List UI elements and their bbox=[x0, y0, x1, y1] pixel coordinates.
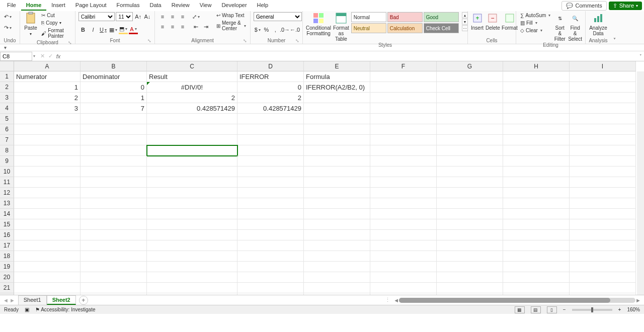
paste-button[interactable]: Paste ▾ bbox=[23, 12, 38, 36]
cell-G8[interactable] bbox=[437, 145, 503, 156]
cell-C18[interactable] bbox=[147, 251, 237, 262]
cell-A6[interactable] bbox=[14, 124, 80, 135]
cell-A21[interactable] bbox=[14, 283, 80, 293]
orientation-button[interactable]: ⤢ bbox=[191, 12, 200, 21]
spreadsheet-grid[interactable]: ABCDEFGHI 1NumeratorDenominatorResultIFE… bbox=[0, 61, 644, 295]
cell-A11[interactable] bbox=[14, 177, 80, 188]
cell-E14[interactable] bbox=[304, 209, 370, 219]
cell-D16[interactable] bbox=[237, 230, 304, 240]
cell-F21[interactable] bbox=[370, 283, 437, 293]
menu-view[interactable]: View bbox=[195, 1, 217, 11]
cell-B2[interactable]: 0 bbox=[80, 82, 147, 93]
wrap-text-button[interactable]: ↩Wrap Text bbox=[215, 12, 247, 19]
cell-I3[interactable] bbox=[570, 93, 636, 103]
cell-G21[interactable] bbox=[437, 283, 503, 293]
cell-A10[interactable] bbox=[14, 167, 80, 177]
hscroll-left[interactable]: ◄ bbox=[393, 297, 399, 303]
cell-D15[interactable] bbox=[237, 219, 304, 230]
cell-E20[interactable] bbox=[304, 272, 370, 283]
cell-A3[interactable]: 2 bbox=[14, 93, 80, 103]
align-right-button[interactable]: ≡ bbox=[178, 22, 187, 31]
row-header-12[interactable]: 12 bbox=[0, 188, 14, 198]
view-normal-button[interactable]: ▦ bbox=[515, 306, 525, 313]
cell-C7[interactable] bbox=[147, 135, 237, 145]
column-header-C[interactable]: C bbox=[147, 61, 237, 71]
cell-C5[interactable] bbox=[147, 114, 237, 124]
cell-E12[interactable] bbox=[304, 188, 370, 198]
cell-H3[interactable] bbox=[503, 93, 570, 103]
cell-F3[interactable] bbox=[370, 93, 437, 103]
cell-F14[interactable] bbox=[370, 209, 437, 219]
cell-A20[interactable] bbox=[14, 272, 80, 283]
accessibility-status[interactable]: ⚑ Accessibility: Investigate bbox=[35, 307, 96, 312]
cell-F2[interactable] bbox=[370, 82, 437, 93]
cell-H4[interactable] bbox=[503, 103, 570, 114]
cell-I6[interactable] bbox=[570, 124, 636, 135]
cell-B17[interactable] bbox=[80, 240, 147, 251]
menu-help[interactable]: Help bbox=[252, 1, 274, 11]
cell-I8[interactable] bbox=[570, 145, 636, 156]
cell-B6[interactable] bbox=[80, 124, 147, 135]
cell-B13[interactable] bbox=[80, 198, 147, 209]
cell-E16[interactable] bbox=[304, 230, 370, 240]
cell-I9[interactable] bbox=[570, 156, 636, 167]
format-painter-button[interactable]: 🖌Format Painter bbox=[40, 27, 72, 39]
fx-dropdown[interactable]: ▾ bbox=[0, 45, 10, 50]
cell-D3[interactable]: 2 bbox=[237, 93, 304, 103]
increase-indent-button[interactable]: ⇥ bbox=[201, 22, 210, 31]
row-header-14[interactable]: 14 bbox=[0, 209, 14, 219]
style-normal[interactable]: Normal bbox=[351, 12, 386, 22]
cell-E4[interactable] bbox=[304, 103, 370, 114]
accounting-format-button[interactable]: $ bbox=[254, 25, 262, 34]
borders-button[interactable]: ▦ bbox=[109, 25, 118, 34]
cell-A2[interactable]: 1 bbox=[14, 82, 80, 93]
cell-H19[interactable] bbox=[503, 262, 570, 272]
row-header-15[interactable]: 15 bbox=[0, 219, 14, 230]
vertical-scrollbar[interactable] bbox=[637, 71, 644, 295]
cell-I13[interactable] bbox=[570, 198, 636, 209]
cell-G19[interactable] bbox=[437, 262, 503, 272]
decrease-decimal-button[interactable]: ←.0 bbox=[290, 25, 299, 34]
cell-F19[interactable] bbox=[370, 262, 437, 272]
decrease-indent-button[interactable]: ⇤ bbox=[191, 22, 200, 31]
font-color-button[interactable]: A bbox=[129, 25, 138, 34]
cell-H5[interactable] bbox=[503, 114, 570, 124]
cell-F22[interactable] bbox=[370, 293, 437, 295]
cell-H1[interactable] bbox=[503, 71, 570, 82]
confirm-formula-button[interactable]: ✓ bbox=[46, 53, 54, 59]
percent-format-button[interactable]: % bbox=[263, 25, 271, 34]
expand-formula-button[interactable]: ˅ bbox=[637, 54, 644, 59]
cell-E11[interactable] bbox=[304, 177, 370, 188]
column-header-D[interactable]: D bbox=[237, 61, 304, 71]
row-header-2[interactable]: 2 bbox=[0, 82, 14, 93]
zoom-in-button[interactable]: + bbox=[618, 307, 621, 312]
cell-E3[interactable] bbox=[304, 93, 370, 103]
menu-file[interactable]: File bbox=[2, 1, 21, 11]
cell-G12[interactable] bbox=[437, 188, 503, 198]
cell-A12[interactable] bbox=[14, 188, 80, 198]
cell-B12[interactable] bbox=[80, 188, 147, 198]
delete-cells-button[interactable]: − Delete bbox=[486, 12, 500, 31]
cell-G16[interactable] bbox=[437, 230, 503, 240]
increase-decimal-button[interactable]: .0→ bbox=[280, 25, 289, 34]
cell-C8[interactable] bbox=[147, 145, 237, 156]
cell-D18[interactable] bbox=[237, 251, 304, 262]
cell-G20[interactable] bbox=[437, 272, 503, 283]
row-header-13[interactable]: 13 bbox=[0, 198, 14, 209]
number-format-select[interactable]: General bbox=[254, 12, 302, 21]
row-header-6[interactable]: 6 bbox=[0, 124, 14, 135]
cell-G6[interactable] bbox=[437, 124, 503, 135]
style-neutral[interactable]: Neutral bbox=[351, 23, 386, 33]
cell-D11[interactable] bbox=[237, 177, 304, 188]
cell-G10[interactable] bbox=[437, 167, 503, 177]
cell-A8[interactable] bbox=[14, 145, 80, 156]
cell-B20[interactable] bbox=[80, 272, 147, 283]
row-header-17[interactable]: 17 bbox=[0, 240, 14, 251]
cell-D22[interactable] bbox=[237, 293, 304, 295]
cell-F7[interactable] bbox=[370, 135, 437, 145]
cell-I5[interactable] bbox=[570, 114, 636, 124]
cell-D19[interactable] bbox=[237, 262, 304, 272]
cell-B9[interactable] bbox=[80, 156, 147, 167]
column-header-E[interactable]: E bbox=[304, 61, 370, 71]
row-header-11[interactable]: 11 bbox=[0, 177, 14, 188]
